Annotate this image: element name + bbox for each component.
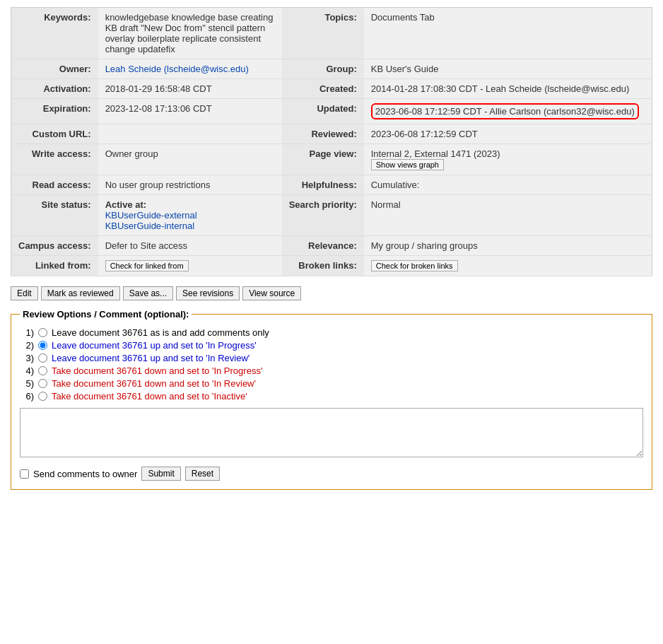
review-option-text-5: Take document 36761 down and set to 'In … xyxy=(52,378,256,389)
search-priority-label: Search priority: xyxy=(282,195,364,236)
review-radio-5[interactable] xyxy=(38,379,47,388)
table-row: Activation: 2018-01-29 16:58:48 CDT Crea… xyxy=(11,79,652,99)
table-row: Site status: Active at: KBUserGuide-exte… xyxy=(11,195,652,236)
show-views-graph-button[interactable]: Show views graph xyxy=(371,159,444,170)
site-status-value: Active at: KBUserGuide-external KBUserGu… xyxy=(98,195,282,236)
review-option-5: 5) Take document 36761 down and set to '… xyxy=(20,378,643,389)
view-source-button[interactable]: View source xyxy=(242,286,301,300)
send-comments-label: Send comments to owner xyxy=(33,469,137,479)
group-label: Group: xyxy=(282,59,364,79)
option-num-1: 1) xyxy=(20,327,34,338)
relevance-value: My group / sharing groups xyxy=(364,236,652,256)
review-radio-2[interactable] xyxy=(38,341,47,350)
option-num-4: 4) xyxy=(20,365,34,376)
review-radio-1[interactable] xyxy=(38,328,47,337)
table-row: Expiration: 2023-12-08 17:13:06 CDT Upda… xyxy=(11,99,652,124)
review-option-text-3: Leave document 36761 up and set to 'In R… xyxy=(52,353,250,363)
check-broken-links-button[interactable]: Check for broken links xyxy=(371,260,458,271)
owner-link[interactable]: Leah Scheide (lscheide@wisc.edu) xyxy=(105,64,249,74)
send-comments-row: Send comments to owner Submit Reset xyxy=(20,467,643,481)
review-option-text-6: Take document 36761 down and set to 'Ina… xyxy=(52,391,247,402)
mark-as-reviewed-button[interactable]: Mark as reviewed xyxy=(41,286,120,300)
toolbar: Edit Mark as reviewed Save as... See rev… xyxy=(11,286,652,300)
review-option-1: 1) Leave document 36761 as is and add co… xyxy=(20,327,643,338)
relevance-label: Relevance: xyxy=(282,236,364,256)
site-external-link[interactable]: KBUserGuide-external xyxy=(105,210,197,221)
site-status-active: Active at: xyxy=(105,199,147,210)
review-option-text-2: Leave document 36761 up and set to 'In P… xyxy=(52,340,257,351)
see-revisions-button[interactable]: See revisions xyxy=(176,286,240,300)
review-radio-4[interactable] xyxy=(38,366,47,375)
read-access-value: No user group restrictions xyxy=(98,175,282,195)
campus-access-value: Defer to Site access xyxy=(98,236,282,256)
table-row: Keywords: knowledgebase knowledge base c… xyxy=(11,8,652,59)
review-option-text-1: Leave document 36761 as is and add comme… xyxy=(52,327,269,338)
linked-from-value: Check for linked from xyxy=(98,256,282,276)
site-internal-link[interactable]: KBUserGuide-internal xyxy=(105,221,194,231)
review-option-4: 4) Take document 36761 down and set to '… xyxy=(20,365,643,376)
review-radio-6[interactable] xyxy=(38,392,47,401)
write-access-label: Write access: xyxy=(11,144,98,175)
review-options-fieldset: Review Options / Comment (optional): 1) … xyxy=(11,309,652,490)
save-as-button[interactable]: Save as... xyxy=(123,286,173,300)
main-container: Keywords: knowledgebase knowledge base c… xyxy=(0,0,663,504)
updated-value: 2023-06-08 17:12:59 CDT - Allie Carlson … xyxy=(364,99,652,124)
table-row: Owner: Leah Scheide (lscheide@wisc.edu) … xyxy=(11,59,652,79)
review-radio-3[interactable] xyxy=(38,353,47,363)
info-table: Keywords: knowledgebase knowledge base c… xyxy=(11,7,652,276)
review-option-text-4: Take document 36761 down and set to 'In … xyxy=(52,365,262,376)
helpfulness-label: Helpfulness: xyxy=(282,175,364,195)
table-row: Linked from: Check for linked from Broke… xyxy=(11,256,652,276)
keywords-label: Keywords: xyxy=(11,8,98,59)
expiration-value: 2023-12-08 17:13:06 CDT xyxy=(98,99,282,124)
write-access-value: Owner group xyxy=(98,144,282,175)
custom-url-value xyxy=(98,124,282,144)
check-linked-from-button[interactable]: Check for linked from xyxy=(105,260,189,271)
site-status-label: Site status: xyxy=(11,195,98,236)
table-row: Custom URL: Reviewed: 2023-06-08 17:12:5… xyxy=(11,124,652,144)
created-value: 2014-01-28 17:08:30 CDT - Leah Scheide (… xyxy=(364,79,652,99)
page-view-label: Page view: xyxy=(282,144,364,175)
linked-from-label: Linked from: xyxy=(11,256,98,276)
topics-label: Topics: xyxy=(282,8,364,59)
search-priority-value: Normal xyxy=(364,195,652,236)
group-value: KB User's Guide xyxy=(364,59,652,79)
reviewed-value: 2023-06-08 17:12:59 CDT xyxy=(364,124,652,144)
expiration-label: Expiration: xyxy=(11,99,98,124)
table-row: Campus access: Defer to Site access Rele… xyxy=(11,236,652,256)
keywords-value: knowledgebase knowledge base creating KB… xyxy=(98,8,282,59)
updated-label: Updated: xyxy=(282,99,364,124)
created-label: Created: xyxy=(282,79,364,99)
broken-links-label: Broken links: xyxy=(282,256,364,276)
option-num-2: 2) xyxy=(20,340,34,351)
comment-textarea[interactable] xyxy=(20,408,643,457)
custom-url-label: Custom URL: xyxy=(11,124,98,144)
reviewed-label: Reviewed: xyxy=(282,124,364,144)
review-option-6: 6) Take document 36761 down and set to '… xyxy=(20,391,643,402)
topics-value: Documents Tab xyxy=(364,8,652,59)
option-num-5: 5) xyxy=(20,378,34,389)
read-access-label: Read access: xyxy=(11,175,98,195)
review-option-3: 3) Leave document 36761 up and set to 'I… xyxy=(20,353,643,363)
group-link[interactable]: KB User's Guide xyxy=(371,64,439,74)
submit-button[interactable]: Submit xyxy=(141,467,180,481)
option-num-3: 3) xyxy=(20,353,34,363)
review-options-legend: Review Options / Comment (optional): xyxy=(20,309,192,320)
send-comments-checkbox[interactable] xyxy=(20,469,29,479)
table-row: Write access: Owner group Page view: Int… xyxy=(11,144,652,175)
table-row: Read access: No user group restrictions … xyxy=(11,175,652,195)
owner-value: Leah Scheide (lscheide@wisc.edu) xyxy=(98,59,282,79)
reset-button[interactable]: Reset xyxy=(185,467,220,481)
campus-access-label: Campus access: xyxy=(11,236,98,256)
page-view-value: Internal 2, External 1471 (2023) Show vi… xyxy=(364,144,652,175)
helpfulness-value: Cumulative: xyxy=(364,175,652,195)
activation-label: Activation: xyxy=(11,79,98,99)
review-option-2: 2) Leave document 36761 up and set to 'I… xyxy=(20,340,643,351)
edit-button[interactable]: Edit xyxy=(11,286,38,300)
broken-links-value: Check for broken links xyxy=(364,256,652,276)
owner-label: Owner: xyxy=(11,59,98,79)
topics-link[interactable]: Documents Tab xyxy=(371,12,435,23)
option-num-6: 6) xyxy=(20,391,34,402)
updated-highlight: 2023-06-08 17:12:59 CDT - Allie Carlson … xyxy=(371,103,639,119)
activation-value: 2018-01-29 16:58:48 CDT xyxy=(98,79,282,99)
